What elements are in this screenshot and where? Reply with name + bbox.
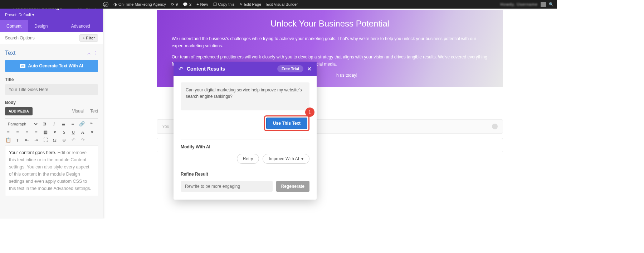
modal-title: Content Results	[187, 66, 274, 72]
modal-back-icon[interactable]: ↶	[179, 66, 183, 72]
search-options-row: +Filter	[0, 32, 103, 44]
italic-icon[interactable]: I	[51, 121, 57, 127]
page-canvas: Unlock Your Business Potential We unders…	[103, 9, 557, 219]
align-left-icon[interactable]: ≡	[5, 129, 11, 135]
editor-tab-visual[interactable]: Visual	[72, 109, 84, 114]
content-results-modal: ↶ Content Results Free Trial ✕ Can your …	[174, 62, 317, 200]
link-icon[interactable]: 🔗	[79, 121, 85, 127]
chevron-down-icon: ▾	[301, 156, 303, 161]
annotation-badge: 1	[305, 108, 314, 117]
strike-icon[interactable]: S	[61, 129, 67, 135]
auto-generate-ai-button[interactable]: AI Auto Generate Text With AI	[5, 60, 98, 72]
improve-with-ai-button[interactable]: Improve With AI▾	[263, 154, 309, 164]
editor-toolbar: Paragraph B I ≣ ≡ 🔗 ❝ ≡ ≡ ≡ ≡ ▦ ▾ S U A …	[5, 118, 98, 143]
caret2-icon[interactable]: ▾	[89, 129, 95, 135]
close-icon[interactable]: ✕	[307, 66, 312, 72]
clear-icon[interactable]: T	[14, 137, 21, 143]
filter-button[interactable]: +Filter	[79, 34, 98, 42]
textcolor-icon[interactable]: A	[79, 129, 86, 135]
search-icon[interactable]: 🔍	[549, 2, 554, 7]
chevron-up-icon[interactable]: ︿	[87, 50, 92, 56]
underline-icon[interactable]: U	[70, 129, 77, 135]
retry-button[interactable]: Retry	[237, 154, 259, 164]
hero-p1: We understand the business's challenges …	[172, 35, 488, 50]
edit-page[interactable]: ✎ Edit Page	[239, 2, 261, 7]
site-name[interactable]: ◑ On-Time Marketing Agency	[113, 2, 166, 7]
plus-icon: +	[83, 36, 85, 40]
comments[interactable]: 💬 2	[183, 2, 191, 7]
body-editor[interactable]: Your content goes here. Edit or remove t…	[5, 145, 98, 196]
pencil-icon: ✎	[239, 2, 243, 7]
redo-icon[interactable]: ↷	[79, 137, 86, 143]
expand-toggle-icon[interactable]	[492, 124, 498, 129]
refresh-icon: ⟳	[171, 2, 174, 7]
free-trial-badge[interactable]: Free Trial	[277, 65, 303, 72]
align-center-icon[interactable]: ≡	[14, 129, 21, 135]
tab-design[interactable]: Design	[28, 20, 54, 32]
ai-icon: AI	[20, 64, 25, 68]
highlight-box: Use This Text	[264, 115, 309, 131]
undo-icon[interactable]: ↶	[70, 137, 77, 143]
accordion-settings-panel: ↶ Accordion Settings ⛶ ◧ ⋮ Preset: Defau…	[0, 0, 103, 219]
new-content[interactable]: + New	[196, 2, 208, 6]
preset-selector[interactable]: Preset: Default ▾	[5, 13, 98, 17]
tab-advanced[interactable]: Advanced	[65, 20, 97, 32]
wp-logo[interactable]	[103, 2, 108, 7]
indent-icon[interactable]: ⇥	[33, 137, 39, 143]
section-more-icon[interactable]: ⋮	[94, 51, 98, 56]
tab-content[interactable]: Content	[0, 20, 28, 32]
body-label: Body	[5, 100, 98, 105]
editor-tab-text[interactable]: Text	[90, 109, 98, 114]
paste-icon[interactable]: 📋	[5, 137, 11, 143]
bold-icon[interactable]: B	[42, 121, 48, 127]
refine-input[interactable]	[181, 181, 273, 192]
dashboard-icon: ◑	[113, 2, 117, 7]
modal-header: ↶ Content Results Free Trial ✕	[174, 62, 317, 76]
outdent-icon[interactable]: ⇤	[24, 137, 30, 143]
caret-icon[interactable]: ▾	[52, 129, 58, 135]
add-media-button[interactable]: ADD MEDIA	[5, 107, 33, 115]
refine-result-label: Refine Result	[181, 172, 309, 177]
emoji-icon[interactable]: ☺	[61, 137, 67, 143]
panel-tabs: Content Design Advanced	[0, 20, 103, 32]
title-input[interactable]	[5, 84, 98, 95]
paragraph-select[interactable]: Paragraph	[5, 121, 39, 127]
modify-with-ai-label: Modify With AI	[181, 144, 309, 149]
comment-icon: 💬	[183, 2, 188, 7]
user-greeting[interactable]: Howdy, Username	[500, 2, 538, 6]
exit-visual-builder[interactable]: Exit Visual Builder	[266, 2, 298, 6]
hero-title: Unlock Your Business Potential	[172, 19, 488, 29]
fullscreen-icon[interactable]: ⛶	[42, 137, 49, 143]
specialchar-icon[interactable]: Ω	[52, 137, 58, 143]
updates[interactable]: ⟳ 9	[171, 2, 178, 7]
table-icon[interactable]: ▦	[42, 129, 49, 135]
plus-icon: +	[196, 2, 199, 6]
align-right-icon[interactable]: ≡	[24, 129, 30, 135]
copy-icon: ❐	[213, 2, 217, 7]
align-justify-icon[interactable]: ≡	[33, 129, 39, 135]
section-text-title: Text	[5, 50, 85, 56]
wp-admin-bar: ◑ On-Time Marketing Agency ⟳ 9 💬 2 + New…	[0, 0, 557, 9]
avatar[interactable]	[541, 2, 546, 7]
title-label: Title	[5, 77, 98, 82]
use-this-text-button[interactable]: Use This Text	[266, 118, 307, 129]
quote-icon[interactable]: ❝	[88, 121, 94, 127]
regenerate-button[interactable]: Regenerate	[276, 181, 309, 192]
copy-this[interactable]: ❐ Copy this	[213, 2, 235, 7]
ai-result-text: Can your digital marketing service help …	[181, 82, 309, 110]
ol-icon[interactable]: ≡	[69, 121, 76, 127]
search-options-input[interactable]	[5, 35, 79, 40]
ul-icon[interactable]: ≣	[60, 121, 67, 127]
